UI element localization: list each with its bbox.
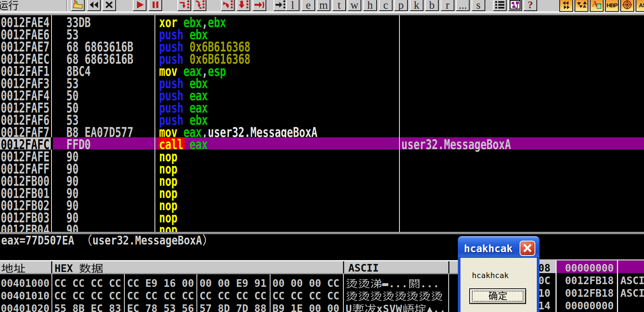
ollydbg-screen: lemtwhcpkbr...s?ABHBPAS 0012FAE433DBxor … — [0, 0, 644, 312]
hex-dump-header-hex: HEX — [55, 263, 103, 274]
disasm-row[interactable]: 0012FAF450push eax — [0, 88, 644, 101]
window-button-e[interactable]: e — [301, 0, 315, 11]
plugin-target-icon — [621, 0, 633, 10]
window-button-dots[interactable]: ... — [456, 0, 470, 11]
step-into-icon — [178, 0, 190, 10]
window-button-r[interactable]: r — [441, 0, 454, 11]
hex-dump-pane[interactable]: HEX ASCII 00401000CC CC CC CCCC E9 16 00… — [0, 260, 496, 312]
column-divider-hex-disasm — [155, 15, 155, 232]
close-button[interactable] — [102, 0, 116, 11]
pause-button[interactable] — [148, 0, 162, 11]
dialog-title-bar[interactable]: hcakhcak — [458, 236, 539, 258]
message-box-dialog: hcakhcak hcakhcak — [458, 236, 539, 312]
dump-hex-group: B9 1E 00 00 — [272, 304, 340, 312]
step-over-button[interactable] — [193, 0, 206, 11]
disasm-row[interactable]: 0012FAFF90nop — [0, 162, 644, 174]
go-to-address-icon — [274, 0, 287, 10]
hex-dump-header-address — [1, 263, 26, 274]
plugin-hbp-button[interactable]: HBP — [605, 0, 619, 12]
plugin-ab-icon: AB — [591, 0, 603, 10]
step-into-button[interactable] — [177, 0, 191, 11]
cjk-glyph — [91, 263, 103, 273]
cjk-glyph — [402, 304, 415, 312]
open-file-button[interactable] — [71, 0, 85, 11]
window-button-k[interactable]: k — [410, 0, 423, 11]
window-button-m[interactable]: m — [317, 0, 330, 11]
plugin-sort-arrows-button[interactable] — [575, 0, 588, 12]
disasm-row[interactable]: 0012FAF550push eax — [0, 101, 644, 113]
restart-icon — [88, 0, 100, 10]
dialog-ok-button[interactable] — [469, 288, 526, 304]
disassembly-pane[interactable]: 0012FAE433DBxor ebx,ebx0012FAE653push eb… — [0, 15, 644, 232]
disasm-row[interactable]: 0012FAE768 6863616Bpush 0x6B616368 — [0, 40, 644, 52]
disasm-row[interactable]: 0012FB0390nop — [0, 211, 644, 223]
windows-list-button[interactable] — [493, 0, 507, 11]
hex-dump-row[interactable]: 0040102055 8B EC 83EC 78 53 5657 8D 7D 8… — [0, 300, 496, 312]
dialog-client-area: hcakhcak — [460, 258, 537, 312]
close-icon — [103, 0, 115, 10]
windows-list-icon — [494, 0, 506, 10]
dialog-ok-label — [470, 290, 525, 302]
disasm-row[interactable]: 0012FAFE90nop — [0, 150, 644, 162]
plugin-swap-arrows-button[interactable] — [559, 0, 573, 12]
plugin-ab-button[interactable]: AB — [590, 0, 604, 12]
disasm-row[interactable]: 0012FAE653push ebx — [0, 27, 644, 40]
svg-text:?: ? — [528, 0, 533, 10]
window-button-h[interactable]: h — [363, 0, 377, 11]
disasm-row[interactable]: 0012FAE433DBxor ebx,ebx — [0, 15, 644, 27]
disasm-row[interactable]: 0012FAF18BC4mov eax,esp — [0, 64, 644, 76]
help-button[interactable]: ? — [523, 0, 537, 11]
disasm-address: 0012FB04 — [1, 222, 50, 232]
appearance-button[interactable] — [508, 0, 522, 11]
disasm-row[interactable]: 0012FAF653push ebx — [0, 113, 644, 125]
window-button-t[interactable]: t — [332, 0, 346, 11]
dump-ascii: UxSVW▲.. — [346, 304, 446, 312]
go-to-address-button[interactable] — [274, 0, 287, 11]
header-divider — [51, 261, 52, 274]
plugin-swap-arrows-icon — [560, 0, 572, 10]
open-file-icon — [72, 0, 84, 10]
disasm-row[interactable]: 0012FAF353push ebx — [0, 76, 644, 88]
disasm-row[interactable]: 0012FB0490nop — [0, 223, 644, 232]
close-icon — [522, 243, 533, 254]
hex-dump-row[interactable]: 00401000CC CC CC CCCC E9 16 0000 00 E9 9… — [0, 275, 496, 287]
animate-into-icon — [222, 0, 234, 10]
execute-till-return-button[interactable] — [253, 0, 266, 11]
info-pane[interactable]: eax=77D507EA user32.MessageBoxA — [0, 234, 644, 260]
window-button-p[interactable]: p — [394, 0, 408, 11]
window-button-c[interactable]: c — [379, 0, 393, 11]
window-button-b[interactable]: b — [425, 0, 439, 11]
column-divider — [124, 274, 125, 312]
window-button-l[interactable]: l — [286, 0, 299, 11]
disasm-row[interactable]: 0012FAEC68 6863616Bpush 0x6B616368 — [0, 52, 644, 64]
window-button-s[interactable]: s — [472, 0, 485, 11]
disasm-row[interactable]: 0012FAF7B8 EA07D577mov eax,user32.Messag… — [0, 125, 644, 137]
plugin-as-button[interactable]: AS — [636, 0, 644, 12]
animate-into-button[interactable] — [221, 0, 235, 11]
selected-row-highlight — [53, 137, 644, 150]
disasm-row[interactable]: 0012FB0090nop — [0, 174, 644, 186]
selected-row-divider-gap — [51, 137, 53, 150]
cjk-glyph — [79, 263, 91, 273]
column-divider — [555, 261, 557, 312]
disasm-row[interactable]: 0012FB0190nop — [0, 186, 644, 198]
cjk-glyph — [414, 304, 427, 312]
help-icon: ? — [524, 0, 536, 10]
plugin-as-label: AS — [636, 0, 644, 10]
dump-hex-group: 57 8D 7D 88 — [200, 304, 267, 312]
dump-hex-group: EC 78 53 56 — [127, 304, 194, 312]
hex-dump-header: HEX ASCII — [0, 260, 496, 274]
hex-dump-row[interactable]: 00401010CC CC CC CCCC CC CC CCCC CC CC C… — [0, 287, 496, 300]
run-button[interactable] — [133, 0, 147, 11]
plugin-target-button[interactable] — [620, 0, 634, 12]
disasm-row[interactable]: 0012FAFCFFD0call eaxuser32.MessageBoxA — [0, 137, 644, 150]
dialog-close-button[interactable] — [520, 241, 535, 256]
window-button-w[interactable]: w — [348, 0, 361, 11]
restart-button[interactable] — [87, 0, 101, 11]
stack-comment: ASCI — [620, 288, 644, 299]
disasm-row[interactable]: 0012FB0290nop — [0, 198, 644, 211]
animate-over-button[interactable] — [237, 0, 250, 11]
cjk-glyph — [0, 0, 8, 11]
stack-value: 0012FB18 — [565, 276, 614, 286]
svg-text:B: B — [597, 3, 601, 9]
